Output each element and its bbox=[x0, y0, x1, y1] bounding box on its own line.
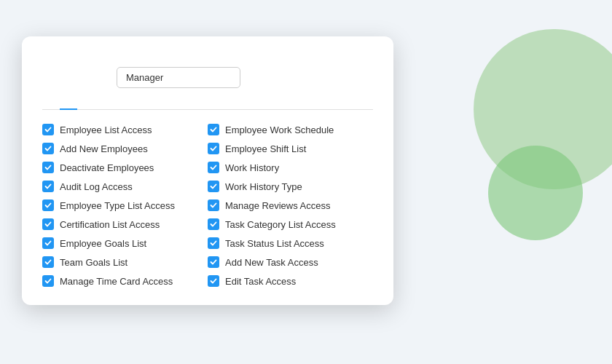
tab-reports[interactable] bbox=[130, 98, 147, 110]
checkbox-manage-time-card-access[interactable] bbox=[42, 275, 54, 287]
checkbox-add-new-employees[interactable] bbox=[42, 143, 54, 154]
checkbox-item-manage-time-card-access[interactable]: Manage Time Card Access bbox=[42, 272, 208, 290]
checkbox-item-work-history[interactable]: Work History bbox=[208, 158, 373, 177]
checkbox-label-employee-shift-list: Employee Shift List bbox=[225, 143, 306, 154]
checkbox-item-manage-reviews-access[interactable]: Manage Reviews Access bbox=[208, 196, 373, 215]
tab-clients[interactable] bbox=[42, 98, 60, 110]
checkbox-item-work-history-type[interactable]: Work History Type bbox=[208, 177, 373, 196]
checkbox-item-employee-list-access[interactable]: Employee List Access bbox=[42, 120, 208, 139]
edit-security-profile-modal: Employee List Access Employee Work Sched… bbox=[22, 36, 393, 305]
checkbox-label-work-history: Work History bbox=[225, 162, 279, 173]
permissions-grid: Employee List Access Employee Work Sched… bbox=[42, 120, 373, 290]
checkbox-employee-work-schedule[interactable] bbox=[208, 124, 219, 135]
checkbox-manage-reviews-access[interactable] bbox=[208, 199, 219, 211]
checkbox-audit-log-access[interactable] bbox=[42, 181, 54, 192]
checkbox-item-audit-log-access[interactable]: Audit Log Access bbox=[42, 177, 208, 196]
checkbox-employee-shift-list[interactable] bbox=[208, 143, 219, 154]
checkbox-item-add-new-task-access[interactable]: Add New Task Access bbox=[208, 253, 373, 272]
checkbox-label-employee-goals-list: Employee Goals List bbox=[60, 238, 146, 249]
checkbox-item-team-goals-list[interactable]: Team Goals List bbox=[42, 253, 208, 272]
checkbox-label-manage-reviews-access: Manage Reviews Access bbox=[225, 200, 331, 211]
checkbox-item-task-status-list-access[interactable]: Task Status List Access bbox=[208, 234, 373, 253]
checkbox-label-task-status-list-access: Task Status List Access bbox=[225, 238, 324, 249]
checkbox-task-status-list-access[interactable] bbox=[208, 237, 219, 249]
checkbox-work-history[interactable] bbox=[208, 162, 219, 173]
checkbox-item-edit-task-access[interactable]: Edit Task Access bbox=[208, 272, 373, 290]
checkbox-employee-goals-list[interactable] bbox=[42, 237, 54, 249]
checkbox-certification-list-access[interactable] bbox=[42, 218, 54, 230]
checkbox-item-employee-goals-list[interactable]: Employee Goals List bbox=[42, 234, 208, 253]
checkbox-item-employee-type-list-access[interactable]: Employee Type List Access bbox=[42, 196, 208, 215]
checkbox-label-employee-type-list-access: Employee Type List Access bbox=[60, 200, 175, 211]
checkbox-item-task-category-list-access[interactable]: Task Category List Access bbox=[208, 215, 373, 234]
tab-schedule[interactable] bbox=[95, 98, 112, 110]
checkbox-deactivate-employees[interactable] bbox=[42, 162, 54, 173]
checkbox-label-team-goals-list: Team Goals List bbox=[60, 257, 128, 268]
checkbox-label-task-category-list-access: Task Category List Access bbox=[225, 219, 336, 230]
checkbox-item-certification-list-access[interactable]: Certification List Access bbox=[42, 215, 208, 234]
profile-name-row bbox=[42, 67, 373, 88]
tab-other[interactable] bbox=[147, 98, 165, 110]
checkbox-item-deactivate-employees[interactable]: Deactivate Employees bbox=[42, 158, 208, 177]
checkbox-label-certification-list-access: Certification List Access bbox=[60, 219, 160, 230]
checkbox-team-goals-list[interactable] bbox=[42, 256, 54, 268]
checkbox-label-edit-task-access: Edit Task Access bbox=[225, 276, 296, 287]
tab-employees[interactable] bbox=[60, 98, 77, 110]
checkbox-employee-type-list-access[interactable] bbox=[42, 199, 54, 211]
checkbox-edit-task-access[interactable] bbox=[208, 275, 219, 287]
tab-inventory[interactable] bbox=[77, 98, 95, 110]
green-circle-small bbox=[488, 146, 583, 240]
checkbox-task-category-list-access[interactable] bbox=[208, 218, 219, 230]
checkbox-label-deactivate-employees: Deactivate Employees bbox=[60, 162, 154, 173]
checkbox-label-work-history-type: Work History Type bbox=[225, 181, 302, 192]
checkbox-employee-list-access[interactable] bbox=[42, 124, 54, 135]
checkbox-label-add-new-employees: Add New Employees bbox=[60, 143, 148, 154]
checkbox-work-history-type[interactable] bbox=[208, 181, 219, 192]
tab-bar bbox=[42, 98, 373, 110]
checkbox-label-manage-time-card-access: Manage Time Card Access bbox=[60, 276, 173, 287]
checkbox-item-add-new-employees[interactable]: Add New Employees bbox=[42, 139, 208, 158]
checkbox-label-employee-list-access: Employee List Access bbox=[60, 124, 152, 135]
tab-sales-register[interactable] bbox=[112, 98, 130, 110]
checkbox-item-employee-shift-list[interactable]: Employee Shift List bbox=[208, 139, 373, 158]
profile-name-input[interactable] bbox=[117, 67, 240, 88]
checkbox-add-new-task-access[interactable] bbox=[208, 256, 219, 268]
checkbox-label-audit-log-access: Audit Log Access bbox=[60, 181, 133, 192]
checkbox-item-employee-work-schedule[interactable]: Employee Work Schedule bbox=[208, 120, 373, 139]
checkbox-label-add-new-task-access: Add New Task Access bbox=[225, 257, 318, 268]
checkbox-label-employee-work-schedule: Employee Work Schedule bbox=[225, 124, 334, 135]
